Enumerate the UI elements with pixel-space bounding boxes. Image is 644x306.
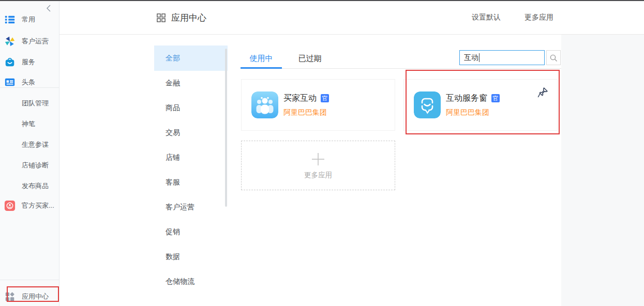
- category-scrollbar[interactable]: [225, 49, 227, 207]
- content-panel: 全部 金融 商品 交易 店铺 客服 客户运营 促销 数据 仓储物流 使用中 已过…: [59, 35, 561, 306]
- sidebar-item-label: 生意参谋: [22, 140, 49, 149]
- category-item-trade[interactable]: 交易: [154, 120, 228, 145]
- search-button[interactable]: [546, 50, 561, 65]
- sidebar-item-customer-ops[interactable]: 客户运营: [0, 31, 59, 52]
- category-item-products[interactable]: 商品: [154, 96, 228, 120]
- category-item-finance[interactable]: 金融: [154, 71, 228, 96]
- sidebar-divider: [0, 87, 59, 88]
- pinwheel-icon: [4, 36, 16, 47]
- more-apps-box[interactable]: 更多应用: [241, 141, 395, 190]
- category-item-customer-service[interactable]: 客服: [154, 170, 228, 195]
- set-default-link[interactable]: 设置默认: [472, 13, 501, 22]
- buyers-interaction-icon: [251, 91, 278, 118]
- plus-icon: [310, 151, 326, 167]
- sidebar-item-label: 官方买家...: [22, 201, 54, 210]
- app-name: 买家互动: [283, 93, 317, 104]
- header-actions: 设置默认 更多应用: [472, 1, 553, 34]
- category-item-shop[interactable]: 店铺: [154, 145, 228, 170]
- sidebar-item-label: 头条: [22, 78, 35, 87]
- pin-icon[interactable]: [536, 86, 549, 99]
- category-menu: 全部 金融 商品 交易 店铺 客服 客户运营 促销 数据 仓储物流: [154, 45, 228, 294]
- left-sidebar: 常用 客户运营 服务: [0, 1, 59, 306]
- category-item-all[interactable]: 全部: [154, 45, 228, 71]
- tab-expired[interactable]: 已过期: [293, 49, 326, 68]
- category-item-promotion[interactable]: 促销: [154, 220, 228, 244]
- sidebar-item-common[interactable]: 常用: [0, 9, 59, 30]
- sidebar-divider: [0, 280, 59, 280]
- app-name: 互动服务窗: [446, 93, 487, 104]
- app-info: 互动服务窗 官 阿里巴巴集团: [446, 93, 500, 117]
- text-caret: [479, 53, 480, 62]
- sidebar-item-headlines[interactable]: 头条: [0, 72, 59, 93]
- category-item-customer-ops[interactable]: 客户运营: [154, 195, 228, 220]
- news-card-icon: [4, 76, 16, 88]
- app-card-service-window[interactable]: 互动服务窗 官 阿里巴巴集团: [403, 79, 558, 131]
- official-badge: 官: [491, 94, 500, 102]
- list-icon: [4, 14, 16, 25]
- page-header: 应用中心 设置默认 更多应用: [59, 1, 644, 35]
- app-vendor[interactable]: 阿里巴巴集团: [446, 108, 500, 117]
- window-top-edge: [0, 0, 644, 1]
- more-apps-link[interactable]: 更多应用: [525, 13, 553, 22]
- sidebar-item-team-management[interactable]: 团队管理: [0, 93, 59, 114]
- sidebar-item-shenbi[interactable]: 神笔: [0, 114, 59, 134]
- service-window-icon: [414, 91, 441, 118]
- sidebar-item-label: 团队管理: [22, 99, 49, 108]
- tab-in-use[interactable]: 使用中: [241, 49, 282, 68]
- more-apps-label: 更多应用: [304, 171, 332, 180]
- sidebar-item-shop-diagnosis[interactable]: 店铺诊断: [0, 155, 59, 176]
- sidebar-item-label: 应用中心: [22, 292, 49, 301]
- sidebar-item-label: 客户运营: [22, 37, 49, 46]
- app-info: 买家互动 官 阿里巴巴集团: [283, 93, 329, 117]
- app-card-buyers-interaction[interactable]: 买家互动 官 阿里巴巴集团: [241, 79, 395, 131]
- app-center-icon: [4, 291, 16, 302]
- sidebar-item-business-advisor[interactable]: 生意参谋: [0, 134, 59, 155]
- page-title: 应用中心: [171, 12, 206, 24]
- sidebar-item-label: 服务: [22, 57, 35, 67]
- sidebar-item-official-buyer[interactable]: 官方买家...: [0, 195, 59, 216]
- search-input[interactable]: [459, 50, 545, 65]
- official-badge: 官: [321, 94, 329, 102]
- official-buyer-icon: [4, 200, 16, 211]
- app-vendor[interactable]: 阿里巴巴集团: [283, 108, 329, 117]
- sidebar-item-publish-product[interactable]: 发布商品: [0, 176, 59, 196]
- sidebar-item-label: 发布商品: [22, 181, 49, 191]
- sidebar-item-app-center[interactable]: 应用中心: [0, 286, 59, 306]
- bag-icon: [4, 56, 16, 68]
- sidebar-item-service[interactable]: 服务: [0, 52, 59, 72]
- sidebar-item-label: 店铺诊断: [22, 161, 49, 170]
- category-item-logistics[interactable]: 仓储物流: [154, 269, 228, 294]
- page-title-group: 应用中心: [156, 1, 206, 34]
- sidebar-item-label: 常用: [22, 15, 35, 24]
- sidebar-item-label: 神笔: [22, 119, 35, 129]
- grid-icon: [156, 13, 166, 23]
- search-icon: [549, 54, 558, 62]
- category-item-data[interactable]: 数据: [154, 244, 228, 269]
